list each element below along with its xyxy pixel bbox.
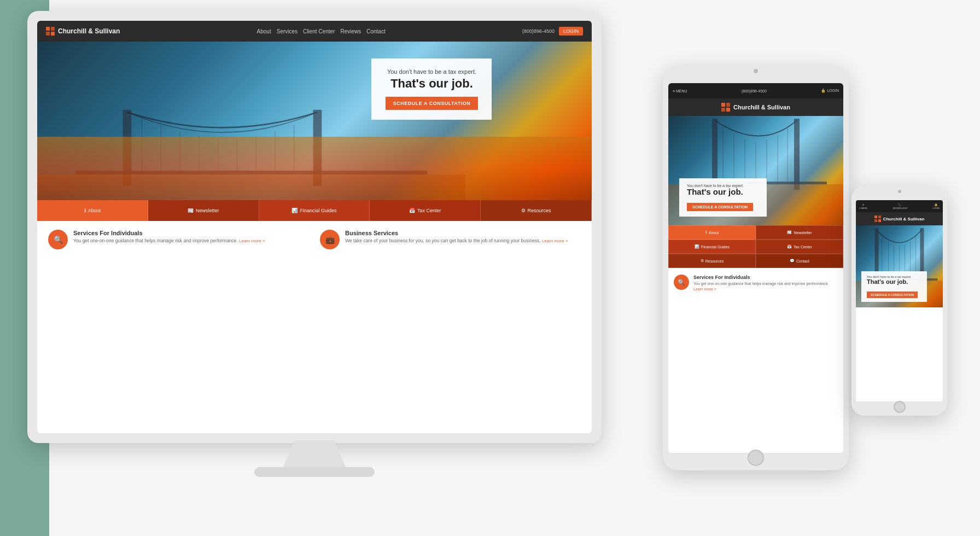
service-individuals: 🔍 Services For Individuals You get one-o… [48, 230, 309, 249]
monitor-base [254, 467, 375, 477]
resources-icon: ⚙ [521, 208, 526, 213]
svg-rect-14 [794, 119, 800, 190]
phone-brand-name: Churchill & Sullivan [883, 217, 925, 222]
monitor-body: Churchill & Sullivan About Services Clie… [27, 11, 602, 443]
nav-about[interactable]: About [257, 28, 271, 34]
desktop-monitor: Churchill & Sullivan About Services Clie… [27, 11, 602, 487]
tax-label: Tax Center [417, 208, 441, 213]
tablet-service-individuals: 🔍 Services For Individuals You get one-o… [674, 275, 838, 292]
nav-reviews[interactable]: Reviews [340, 28, 361, 34]
phone-home-button[interactable] [894, 401, 906, 413]
desktop-nav: Churchill & Sullivan About Services Clie… [37, 21, 592, 42]
business-content: Business Services We take care of your b… [345, 230, 568, 244]
tablet-financial-label: Financial Guides [701, 245, 730, 249]
financial-icon: 📊 [291, 208, 298, 213]
tablet-nav-resources[interactable]: ⚙ Resources [668, 254, 756, 268]
desktop-services: 🔍 Services For Individuals You get one-o… [37, 221, 592, 258]
individuals-learn-more[interactable]: Learn more » [239, 238, 265, 243]
nav-services[interactable]: Services [277, 28, 298, 34]
tablet-nav-tax[interactable]: 📅 Tax Center [756, 240, 843, 254]
tablet-nav-contact[interactable]: 💬 Contact [756, 254, 843, 268]
monitor-stand [282, 440, 347, 470]
secondary-nav-about[interactable]: ℹ About [37, 200, 148, 221]
business-desc: We take care of your business for you, s… [345, 238, 568, 244]
tablet-resources-label: Resources [705, 259, 724, 263]
desktop-hero-card: You don't have to be a tax expert. That'… [371, 59, 492, 120]
tablet-phone: (800)896-4500 [742, 89, 767, 93]
secondary-nav-financial[interactable]: 📊 Financial Guides [259, 200, 370, 221]
nav-client-center[interactable]: Client Center [303, 28, 335, 34]
desktop-brand-name: Churchill & Sullivan [58, 27, 120, 35]
tablet-menu[interactable]: ≡ MENU [673, 89, 687, 93]
phone-logo-icon [874, 215, 881, 222]
tax-icon: 📅 [409, 208, 415, 213]
desktop-hero-title: That's our job. [383, 77, 480, 90]
tablet-hero-title: That's our job. [687, 188, 759, 197]
phone-cta-button[interactable]: SCHEDULE A CONSULTATION [867, 292, 918, 298]
tablet-about-label: About [709, 231, 719, 235]
about-label: About [88, 208, 101, 213]
tablet-nav-financial[interactable]: 📊 Financial Guides [668, 240, 756, 254]
tablet-individuals-title: Services For Individuals [693, 275, 838, 280]
individuals-icon: 🔍 [48, 230, 68, 249]
phone-camera [898, 190, 901, 193]
tablet-logo-icon [721, 103, 730, 112]
nav-contact[interactable]: Contact [366, 28, 385, 34]
tablet-brand-name: Churchill & Sullivan [733, 104, 790, 110]
tablet-resources-icon: ⚙ [701, 259, 704, 263]
tablet-about-icon: ℹ [705, 230, 707, 235]
newsletter-icon: 📰 [188, 208, 194, 213]
phone-hero-title: That's our job. [867, 278, 921, 285]
tablet-newsletter-icon: 📰 [787, 230, 792, 235]
water-reflection [37, 137, 592, 200]
about-icon: ℹ [84, 208, 86, 213]
desktop-cta-button[interactable]: SCHEDULE A CONSULTATION [386, 97, 478, 110]
phone-number: 📞 (800)896-4500 [893, 203, 907, 209]
phone-hero-card: You don't have to be a tax expert. That'… [861, 271, 927, 302]
phone-screen: ≡ ≡ MENU 📞 (800)896-4500 🔒 LOGIN [856, 200, 943, 401]
tablet-individuals-icon: 🔍 [674, 275, 689, 290]
tablet-top-nav: ≡ MENU (800)896-4500 🔒 LOGIN [668, 83, 843, 98]
tablet-secondary-nav: ℹ About 📰 Newsletter 📊 Financial Guides … [668, 225, 843, 268]
desktop-nav-right: (800)896-4500 LOGIN [522, 27, 583, 36]
tablet-tax-label: Tax Center [794, 245, 812, 249]
tablet-cta-button[interactable]: SCHEDULE A CONSULTATION [687, 203, 753, 211]
scene: Churchill & Sullivan About Services Clie… [0, 0, 980, 536]
desktop-login-btn[interactable]: LOGIN [559, 27, 583, 36]
tablet-hero-card: You don't have to be a tax expert. That'… [679, 178, 767, 217]
monitor-screen: Churchill & Sullivan About Services Clie… [37, 21, 592, 433]
desktop-secondary-nav: ℹ About 📰 Newsletter 📊 Financial Guides … [37, 200, 592, 221]
desktop-phone: (800)896-4500 [522, 28, 555, 34]
desktop-nav-links: About Services Client Center Reviews Con… [126, 28, 516, 34]
tablet-contact-icon: 💬 [790, 259, 795, 263]
newsletter-label: Newsletter [196, 208, 219, 213]
tablet-screen: ≡ MENU (800)896-4500 🔒 LOGIN Churchill &… [668, 83, 843, 453]
tablet-tax-icon: 📅 [787, 244, 792, 249]
phone-logo-bar: Churchill & Sullivan [856, 212, 943, 225]
tablet-nav-newsletter[interactable]: 📰 Newsletter [756, 225, 843, 240]
tablet-services: 🔍 Services For Individuals You get one-o… [668, 268, 843, 299]
tablet-home-button[interactable] [748, 450, 764, 466]
tablet-device: ≡ MENU (800)896-4500 🔒 LOGIN Churchill &… [663, 66, 849, 470]
desktop-hero: You don't have to be a tax expert. That'… [37, 42, 592, 200]
tablet-logo-bar: Churchill & Sullivan [668, 98, 843, 116]
secondary-nav-newsletter[interactable]: 📰 Newsletter [148, 200, 259, 221]
desktop-hero-subtitle: You don't have to be a tax expert. [383, 68, 480, 75]
business-learn-more[interactable]: Learn more » [542, 238, 568, 243]
secondary-nav-resources[interactable]: ⚙ Resources [481, 200, 592, 221]
tablet-individuals-link[interactable]: Learn more » [693, 287, 716, 291]
tablet-contact-label: Contact [796, 259, 809, 263]
phone-login[interactable]: 🔒 LOGIN [933, 203, 940, 209]
tablet-body: ≡ MENU (800)896-4500 🔒 LOGIN Churchill &… [663, 66, 849, 470]
tablet-hero: You don't have to be a tax expert. That'… [668, 116, 843, 225]
phone-body: ≡ ≡ MENU 📞 (800)896-4500 🔒 LOGIN [851, 186, 947, 416]
service-business: 💼 Business Services We take care of your… [320, 230, 581, 249]
tablet-login[interactable]: 🔒 LOGIN [821, 89, 839, 93]
individuals-title: Services For Individuals [73, 230, 265, 236]
individuals-desc: You get one-on-one guidance that helps m… [73, 238, 265, 244]
phone-menu[interactable]: ≡ ≡ MENU [859, 203, 867, 209]
tablet-newsletter-label: Newsletter [794, 231, 812, 235]
secondary-nav-tax[interactable]: 📅 Tax Center [370, 200, 481, 221]
desktop-logo: Churchill & Sullivan [46, 27, 120, 36]
tablet-nav-about[interactable]: ℹ About [668, 225, 756, 240]
